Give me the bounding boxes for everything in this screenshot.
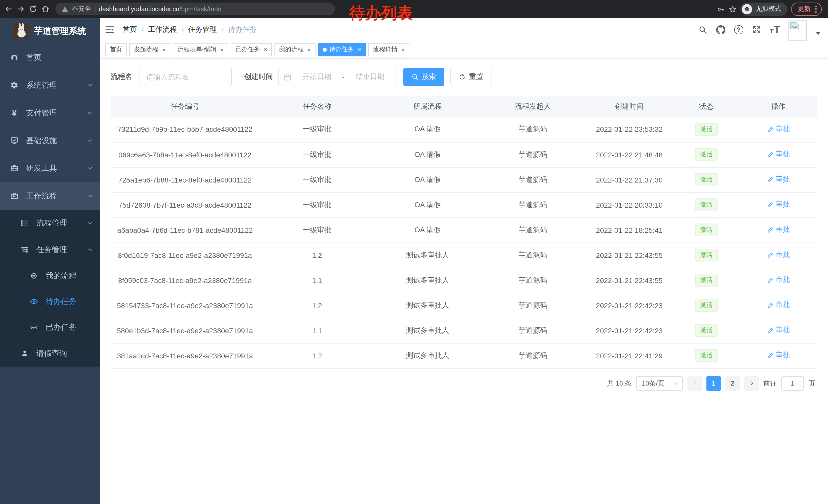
avatar[interactable] — [788, 20, 807, 40]
status-badge: 激活 — [695, 198, 718, 211]
page-size-select[interactable]: 10条/页 — [636, 376, 683, 391]
search-icon[interactable] — [698, 25, 707, 34]
sidebar-item-leave-query[interactable]: 请假查询 — [0, 340, 100, 367]
annotation-todo-list: 待办列表 — [349, 5, 413, 22]
breadcrumb-home[interactable]: 首页 — [123, 25, 137, 34]
chevron-down-icon — [87, 110, 93, 116]
incognito-badge: 无痕模式 — [740, 2, 787, 16]
tab-todo-task[interactable]: 待办任务× — [318, 43, 366, 56]
url-text: dashboard.yudao.iocoder.cn/bpm/task/todo — [99, 5, 221, 12]
toolbox-icon — [10, 164, 18, 172]
breadcrumb-current: 待办任务 — [228, 25, 257, 34]
page-unit-label: 页 — [809, 379, 815, 388]
tab-done-task[interactable]: 已办任务× — [231, 43, 272, 56]
tab-process-detail[interactable]: 流程详情× — [368, 43, 409, 56]
sidebar-item-label: 支付管理 — [26, 108, 57, 118]
approve-button[interactable]: 审批 — [767, 200, 790, 210]
pagination: 共 16 条 10条/页 1 2 前往 页 — [111, 376, 815, 391]
app-title: 芋道管理系统 — [34, 25, 86, 37]
app-logo[interactable]: 芋道管理系统 — [0, 18, 100, 44]
sidebar-item-done-task[interactable]: 已办任务 — [0, 314, 100, 340]
address-bar[interactable]: 不安全 dashboard.yudao.iocoder.cn/bpm/task/… — [55, 3, 335, 15]
github-icon[interactable] — [716, 25, 725, 34]
page-2-button[interactable]: 2 — [726, 376, 740, 391]
tab-home[interactable]: 首页 — [105, 43, 127, 56]
sidebar-item-todo-task[interactable]: 待办任务 — [0, 289, 100, 314]
table-row: 381aa1dd-7ac8-11ec-a9e2-a2380e71991a1.2测… — [111, 343, 817, 368]
close-icon[interactable]: × — [162, 46, 166, 53]
approve-button[interactable]: 审批 — [767, 276, 790, 285]
process-name-input[interactable] — [139, 68, 232, 86]
date-range-picker[interactable]: 开始日期 - 结束日期 — [278, 68, 397, 86]
approve-button[interactable]: 审批 — [767, 125, 790, 134]
update-label: 更新 — [798, 5, 811, 13]
filter-form: 流程名 创建时间 开始日期 - 结束日期 搜索 重 — [111, 68, 817, 86]
bookmark-star-icon[interactable] — [729, 5, 737, 13]
status-badge: 激活 — [695, 349, 718, 362]
hamburger-icon[interactable] — [105, 25, 115, 35]
table-row: 8f0d1619-7ac8-11ec-a9e2-a2380e71991a1.2测… — [111, 242, 817, 268]
approve-button[interactable]: 审批 — [767, 150, 790, 159]
next-page-button[interactable] — [744, 376, 759, 391]
sidebar-item-workflow[interactable]: 工作流程 — [0, 182, 100, 210]
robot-icon — [30, 272, 38, 280]
sidebar-item-task-mgmt[interactable]: 任务管理 — [0, 236, 100, 263]
sidebar-item-payment[interactable]: ¥ 支付管理 — [0, 99, 100, 127]
browser-update-button[interactable]: 更新 — [791, 2, 822, 16]
prev-page-button[interactable] — [688, 376, 702, 391]
incognito-icon — [742, 4, 752, 14]
close-icon[interactable]: × — [401, 46, 405, 53]
sidebar-item-label: 首页 — [26, 53, 42, 62]
chevron-down-icon — [87, 82, 93, 88]
logo-rabbit-image — [13, 23, 29, 39]
forward-icon[interactable] — [16, 5, 25, 13]
approve-button[interactable]: 审批 — [767, 301, 790, 310]
sidebar-item-dev-tools[interactable]: 研发工具 — [0, 154, 100, 182]
close-icon[interactable]: × — [220, 46, 224, 53]
table-header-row: 任务编号 任务名称 所属流程 流程发起人 创建时间 状态 操作 — [111, 96, 817, 117]
hierarchy-icon — [20, 245, 29, 254]
search-button[interactable]: 搜索 — [403, 68, 444, 86]
edit-pen-icon — [767, 176, 773, 183]
reset-button[interactable]: 重置 — [450, 68, 492, 86]
help-icon[interactable]: ? — [734, 25, 743, 34]
close-icon[interactable]: × — [264, 46, 267, 53]
tab-form-edit[interactable]: 流程表单-编辑× — [173, 43, 228, 56]
chevron-down-icon — [673, 381, 678, 386]
approve-button[interactable]: 审批 — [767, 175, 790, 184]
approve-button[interactable]: 审批 — [767, 326, 790, 335]
breadcrumb-task-mgmt[interactable]: 任务管理 — [188, 25, 217, 34]
chevron-down-icon — [87, 165, 93, 171]
col-task-id: 任务编号 — [111, 96, 259, 117]
home-icon[interactable] — [41, 5, 50, 13]
divider — [95, 5, 95, 12]
sidebar-item-home[interactable]: 首页 — [0, 44, 100, 71]
back-icon[interactable] — [4, 5, 13, 13]
approve-button[interactable]: 审批 — [767, 351, 790, 360]
page-1-button[interactable]: 1 — [706, 376, 721, 391]
sidebar-item-process-mgmt[interactable]: 流程管理 — [0, 210, 100, 236]
tab-start-process[interactable]: 发起流程× — [129, 43, 170, 56]
end-date-placeholder: 结束日期 — [349, 72, 391, 82]
sidebar-item-infrastructure[interactable]: 基础设施 — [0, 127, 100, 154]
goto-label: 前往 — [763, 379, 777, 388]
edit-pen-icon — [767, 252, 773, 259]
reload-icon[interactable] — [29, 5, 37, 13]
sidebar-item-system[interactable]: 系统管理 — [0, 71, 100, 99]
goto-page-input[interactable] — [781, 376, 804, 391]
close-icon[interactable]: × — [307, 46, 311, 53]
breadcrumb-workflow[interactable]: 工作流程 — [148, 25, 177, 34]
font-size-icon[interactable]: TT — [770, 25, 780, 34]
avatar-caret-icon[interactable] — [816, 32, 821, 35]
tab-my-process[interactable]: 我的流程× — [275, 43, 316, 56]
fullscreen-icon[interactable] — [752, 25, 761, 34]
browser-menu-icon[interactable] — [815, 5, 817, 12]
sidebar-item-my-process[interactable]: 我的流程 — [0, 263, 100, 289]
process-name-label: 流程名 — [111, 72, 132, 82]
approve-button[interactable]: 审批 — [767, 250, 790, 260]
password-key-icon[interactable] — [717, 5, 725, 13]
close-icon[interactable]: × — [358, 46, 361, 53]
approve-button[interactable]: 审批 — [767, 225, 790, 235]
table-row: 725a1eb6-7b88-11ec-8ef0-acde48001122一级审批… — [111, 167, 817, 192]
refresh-icon — [459, 73, 466, 81]
